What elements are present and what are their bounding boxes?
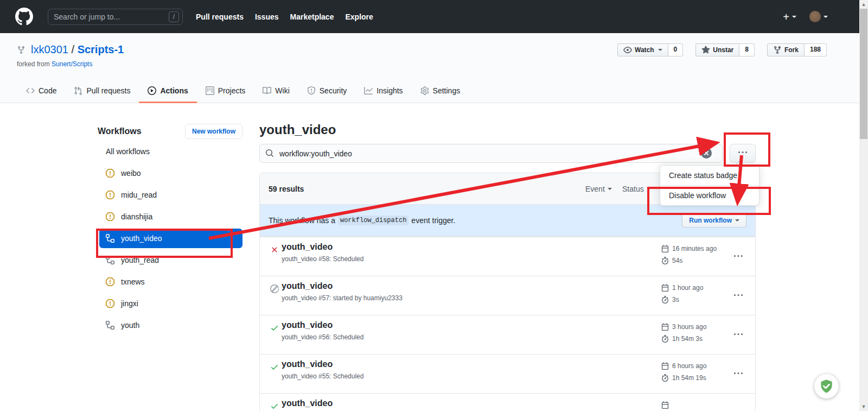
chevron-down-icon	[824, 16, 828, 18]
run-meta	[661, 399, 672, 411]
user-menu[interactable]	[809, 11, 828, 22]
eye-icon	[623, 46, 632, 54]
kebab-horizontal-icon	[734, 369, 743, 378]
github-logo-icon[interactable]	[15, 8, 33, 26]
watch-button[interactable]: Watch	[617, 43, 668, 56]
shield-check-fab[interactable]	[814, 374, 839, 399]
calendar-icon	[661, 245, 669, 252]
scroll-thumb[interactable]	[860, 9, 867, 139]
new-workflow-button[interactable]: New workflow	[185, 124, 242, 139]
sidebar-item-dianshijia[interactable]: dianshijia	[99, 206, 242, 227]
tab-insights[interactable]: Insights	[355, 79, 411, 103]
global-nav: Pull requests Issues Marketplace Explore	[196, 12, 373, 21]
run-options-button[interactable]	[729, 247, 748, 267]
run-title[interactable]: youth_video	[282, 242, 333, 252]
workflow-options-button[interactable]	[730, 144, 756, 163]
chevron-down-icon	[658, 49, 662, 51]
sidebar-item-weibo[interactable]: weibo	[99, 162, 242, 184]
stopwatch-icon	[661, 374, 669, 382]
scroll-up-arrow[interactable]: ▲	[859, 0, 868, 9]
code-icon	[26, 86, 35, 95]
run-title[interactable]: youth_video	[282, 320, 333, 330]
run-meta: 16 minutes ago 54s	[661, 243, 717, 267]
chevron-down-icon	[735, 219, 739, 222]
tab-code[interactable]: Code	[17, 79, 65, 103]
stopwatch-icon	[661, 257, 669, 264]
repo-owner-link[interactable]: lxk0301	[31, 43, 68, 55]
run-options-button[interactable]	[729, 403, 748, 411]
shield-icon	[307, 86, 316, 95]
check-icon	[270, 363, 279, 371]
chevron-down-icon	[647, 188, 651, 190]
tab-settings[interactable]: Settings	[412, 79, 469, 103]
menu-item-disable-workflow[interactable]: Disable workflow	[660, 185, 759, 205]
global-search-input[interactable]	[48, 9, 183, 25]
watch-count[interactable]: 0	[668, 43, 684, 56]
menu-item-create-status-badge[interactable]: Create status badge	[660, 166, 759, 185]
graph-icon	[364, 86, 373, 95]
kebab-horizontal-icon	[734, 408, 743, 411]
event-trigger-code: workflow_dispatch	[338, 216, 409, 225]
project-icon	[206, 86, 214, 95]
git-pull-request-icon	[74, 86, 82, 95]
create-new-menu[interactable]: +	[783, 11, 796, 22]
skip-circle-icon	[270, 284, 279, 293]
run-row: youth_video youth_video #58: Scheduled 1…	[260, 237, 755, 276]
sidebar-item-youth-read[interactable]: youth_read	[99, 249, 242, 271]
star-count[interactable]: 8	[739, 43, 755, 56]
run-meta: 1 hour ago 3s	[661, 282, 703, 306]
nav-issues[interactable]: Issues	[255, 12, 279, 21]
stopwatch-icon	[661, 335, 669, 343]
run-options-button[interactable]	[729, 286, 748, 306]
repo-slash: /	[72, 43, 75, 55]
fork-button[interactable]: Fork	[767, 43, 805, 56]
calendar-icon	[661, 401, 669, 409]
tab-pull-requests[interactable]: Pull requests	[65, 79, 139, 103]
sidebar-item-all-workflows[interactable]: All workflows	[99, 141, 242, 162]
runs-search-input[interactable]	[259, 144, 723, 163]
warning-octagon-icon	[106, 212, 114, 221]
run-description: youth_video #57: started by huamiyu2333	[282, 294, 403, 302]
star-filled-icon	[701, 46, 710, 54]
nav-pull-requests[interactable]: Pull requests	[196, 12, 244, 21]
run-options-button[interactable]	[729, 325, 748, 345]
check-icon	[270, 324, 279, 332]
scroll-down-arrow[interactable]: ▼	[859, 402, 868, 411]
slash-key-hint: /	[169, 11, 179, 22]
nav-marketplace[interactable]: Marketplace	[290, 12, 334, 21]
unstar-button[interactable]: Unstar	[695, 43, 739, 56]
clear-search-button[interactable]	[701, 148, 712, 159]
warning-octagon-icon	[106, 169, 114, 178]
status-filter[interactable]: Status	[622, 185, 651, 193]
sidebar-item-midu-read[interactable]: midu_read	[99, 184, 242, 206]
run-workflow-button[interactable]: Run workflow	[682, 213, 746, 227]
run-title[interactable]: youth_video	[282, 281, 333, 291]
star-group: Unstar 8	[695, 43, 755, 56]
run-description: youth_video #58: Scheduled	[282, 255, 363, 263]
global-header: / Pull requests Issues Marketplace Explo…	[0, 0, 868, 33]
sidebar-item-jingxi[interactable]: jingxi	[99, 293, 242, 314]
run-meta: 6 hours ago 1h 54m 19s	[661, 360, 706, 384]
kebab-horizontal-icon	[738, 148, 747, 157]
sidebar-item-txnews[interactable]: txnews	[99, 271, 242, 293]
tab-security[interactable]: Security	[298, 79, 356, 103]
run-title[interactable]: youth_video	[282, 399, 333, 408]
nav-explore[interactable]: Explore	[345, 12, 373, 21]
calendar-icon	[661, 284, 669, 292]
page-scrollbar[interactable]: ▲ ▼	[859, 0, 868, 411]
fork-count[interactable]: 188	[805, 43, 827, 56]
tab-actions[interactable]: Actions	[139, 79, 196, 103]
event-filter[interactable]: Event	[585, 185, 612, 193]
tab-wiki[interactable]: Wiki	[254, 79, 298, 103]
sidebar-item-youth-video[interactable]: youth_video	[99, 229, 242, 248]
run-title[interactable]: youth_video	[282, 359, 333, 369]
repo-name-link[interactable]: Scripts-1	[78, 43, 124, 55]
tab-projects[interactable]: Projects	[197, 79, 254, 103]
run-options-button[interactable]	[729, 364, 748, 384]
chevron-down-icon	[792, 16, 796, 18]
header-actions: +	[783, 11, 828, 22]
repo-tabs: Code Pull requests Actions Projects Wiki…	[17, 79, 469, 103]
fork-source-link[interactable]: Sunert/Scripts	[52, 60, 92, 68]
warning-octagon-icon	[106, 277, 114, 286]
sidebar-item-youth[interactable]: youth	[99, 314, 242, 336]
